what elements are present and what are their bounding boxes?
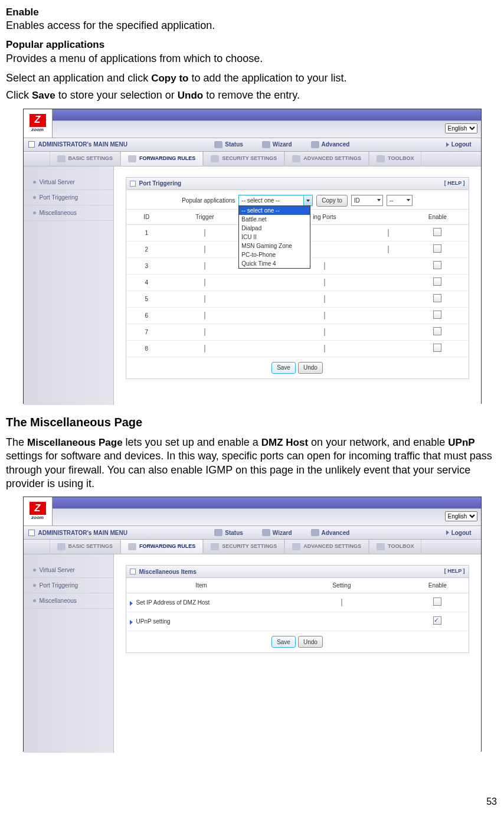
cell-id: 2 (126, 241, 168, 257)
id-select[interactable]: ID (351, 195, 383, 206)
dropdown-option[interactable]: -- select one -- (239, 206, 310, 215)
table-row: 4 (126, 274, 469, 290)
row-arrow-icon (130, 601, 133, 606)
tab-basic-settings[interactable]: BASIC SETTINGS (50, 152, 121, 166)
menu-logout[interactable]: Logout (437, 141, 481, 148)
trigger-input[interactable] (204, 328, 205, 336)
incoming-input[interactable] (388, 229, 389, 237)
sidebar-item-virtual-server[interactable]: Virtual Server (24, 563, 113, 578)
main-panel: Miscellaneous Items [ HELP ] Item Settin… (114, 554, 481, 753)
sidebar-item-miscellaneous[interactable]: Miscellaneous (24, 593, 113, 609)
dmz-enable-checkbox[interactable] (433, 597, 441, 606)
save-button[interactable]: Save (271, 362, 296, 374)
menu-advanced[interactable]: Advanced (302, 141, 359, 148)
trigger-input[interactable] (204, 295, 205, 303)
incoming-input[interactable] (324, 345, 325, 352)
dropdown-option[interactable]: PC-to-Phone (239, 250, 310, 259)
copy-to-button[interactable]: Copy to (316, 195, 347, 207)
sidebar-item-port-triggering[interactable]: Port Triggering (24, 578, 113, 593)
menu-square-icon (28, 141, 35, 148)
save-button[interactable]: Save (271, 636, 296, 648)
tab-bar: BASIC SETTINGS FORWARDING RULES SECURITY… (24, 152, 481, 166)
advanced-icon (311, 141, 319, 148)
table-row: 6 (126, 307, 469, 324)
text: lets you set up and enable a (123, 436, 261, 448)
trigger-input[interactable] (204, 312, 205, 319)
incoming-input[interactable] (324, 295, 325, 303)
sidebar: Virtual Server Port Triggering Miscellan… (24, 166, 114, 405)
trigger-input[interactable] (204, 229, 205, 237)
tab-icon (128, 543, 136, 550)
menu-square-icon (28, 530, 35, 536)
logo: Z zoom (24, 109, 53, 138)
incoming-input[interactable] (324, 312, 325, 319)
panel-square-icon (130, 569, 136, 574)
dropdown-option[interactable]: Quick Time 4 (239, 259, 310, 268)
trigger-input[interactable] (204, 345, 205, 352)
enable-checkbox[interactable] (433, 311, 441, 319)
popular-apps-label: Popular applications (182, 197, 235, 204)
tab-advanced-settings[interactable]: ADVANCED SETTINGS (284, 540, 369, 554)
bold-dmz-host: DMZ Host (261, 437, 308, 448)
enable-checkbox[interactable] (433, 228, 441, 236)
language-select[interactable]: English (445, 511, 477, 521)
para-select: Select an application and click Copy to … (6, 71, 498, 85)
upnp-enable-checkbox[interactable] (433, 616, 441, 625)
menu-status[interactable]: Status (205, 141, 253, 148)
bold-save: Save (32, 90, 55, 101)
help-link[interactable]: [ HELP ] (444, 180, 465, 187)
enable-checkbox[interactable] (433, 344, 441, 352)
trigger-input[interactable] (204, 279, 205, 286)
dropdown-option[interactable]: ICU II (239, 233, 310, 241)
dropdown-option[interactable]: Battle.net (239, 215, 310, 224)
dropdown-option[interactable]: MSN Gaming Zone (239, 241, 310, 250)
tab-toolbox[interactable]: TOOLBOX (369, 540, 421, 554)
enable-checkbox[interactable] (433, 294, 441, 302)
logo-text: zoom (31, 515, 44, 521)
enable-checkbox[interactable] (433, 327, 441, 335)
enable-checkbox[interactable] (433, 261, 441, 269)
dmz-address-input[interactable] (341, 599, 342, 606)
incoming-input[interactable] (388, 246, 389, 253)
tab-bar: BASIC SETTINGS FORWARDING RULES SECURITY… (24, 540, 481, 554)
trigger-input[interactable] (204, 246, 205, 253)
tab-advanced-settings[interactable]: ADVANCED SETTINGS (284, 152, 369, 166)
dropdown-option[interactable]: Dialpad (239, 224, 310, 233)
incoming-input[interactable] (324, 328, 325, 336)
trigger-input[interactable] (204, 262, 205, 270)
tab-icon (128, 155, 136, 162)
incoming-input[interactable] (324, 262, 325, 270)
bold-misc-page: Miscellaneous Page (27, 437, 123, 448)
undo-button[interactable]: Undo (298, 636, 323, 648)
incoming-input[interactable] (324, 279, 325, 286)
popular-apps-select[interactable]: -- select one -- (238, 195, 313, 206)
help-link[interactable]: [ HELP ] (444, 568, 465, 575)
tab-toolbox[interactable]: TOOLBOX (369, 152, 421, 166)
tab-basic-settings[interactable]: BASIC SETTINGS (50, 540, 121, 554)
language-select[interactable]: English (445, 123, 477, 133)
tab-forwarding-rules[interactable]: FORWARDING RULES (120, 152, 203, 166)
tab-icon (377, 543, 385, 550)
menu-advanced[interactable]: Advanced (302, 529, 359, 537)
position-select[interactable]: -- (387, 195, 413, 206)
sidebar-item-virtual-server[interactable]: Virtual Server (24, 175, 113, 190)
advanced-icon (311, 529, 319, 536)
header-bar: Z zoom English (24, 497, 481, 525)
enable-checkbox[interactable] (433, 277, 441, 286)
bullet-icon (33, 196, 36, 199)
cell-id: 8 (126, 340, 168, 357)
text: to add the application to your list. (188, 72, 346, 84)
enable-checkbox[interactable] (433, 244, 441, 253)
sidebar-item-miscellaneous[interactable]: Miscellaneous (24, 205, 113, 221)
menu-wizard[interactable]: Wizard (253, 141, 302, 148)
menu-status[interactable]: Status (205, 529, 253, 537)
undo-button[interactable]: Undo (298, 362, 323, 374)
menu-wizard[interactable]: Wizard (253, 529, 302, 537)
tab-security-settings[interactable]: SECURITY SETTINGS (203, 152, 284, 166)
tab-security-settings[interactable]: SECURITY SETTINGS (203, 540, 284, 554)
cell-id: 6 (126, 307, 168, 324)
sidebar-item-port-triggering[interactable]: Port Triggering (24, 190, 113, 205)
menu-logout[interactable]: Logout (437, 529, 481, 537)
tab-forwarding-rules[interactable]: FORWARDING RULES (120, 540, 203, 554)
text: to store your selection or (55, 89, 178, 101)
